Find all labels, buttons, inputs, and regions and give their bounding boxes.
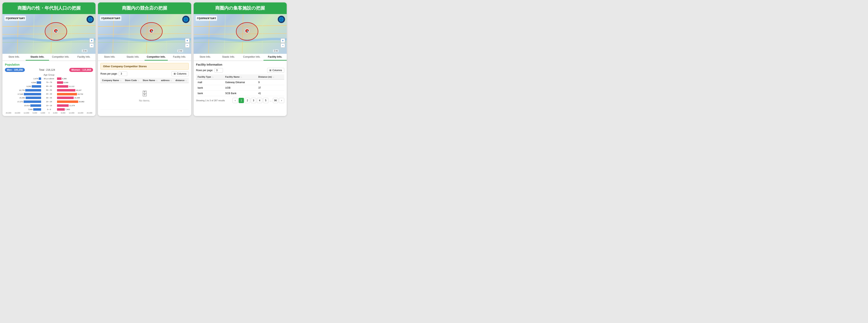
- svg-line-12: [98, 42, 191, 42]
- page-4[interactable]: 4: [257, 98, 262, 103]
- map1-zoom-in[interactable]: +: [89, 38, 94, 43]
- page-5[interactable]: 5: [263, 98, 268, 103]
- col-distance-m[interactable]: Distance (m) ↑↓: [256, 75, 284, 80]
- map2-globe[interactable]: 🌐: [182, 16, 190, 23]
- page-1[interactable]: 1: [239, 98, 244, 103]
- map2-scale: 2 mi: [178, 50, 183, 52]
- page-next[interactable]: ›: [279, 98, 284, 103]
- panel1-map: 🏪 กรุงเทพมหานคร 🌐 + − 2 mi: [2, 14, 95, 54]
- page-dots: ...: [269, 99, 272, 102]
- map2-zoom-controls: + −: [185, 38, 190, 48]
- no-items-icon: 🗄: [108, 90, 181, 97]
- sort-address: ↑↓: [170, 80, 172, 82]
- panel3-content: Facility Information Rows per page: 3 5 …: [194, 61, 287, 116]
- tab1-stastic-info[interactable]: Stastic Info.: [26, 54, 49, 61]
- svg-text:🏪: 🏪: [151, 30, 153, 32]
- page-prev[interactable]: ‹: [232, 98, 238, 103]
- facility-distance-cell: 9: [256, 80, 284, 85]
- tab2-stastic-info[interactable]: Stastic Info.: [121, 54, 145, 61]
- columns-btn-label: Columns: [177, 72, 186, 75]
- col-facility-type[interactable]: Facility Type ↑↓: [196, 75, 223, 80]
- facility-type-cell: bank: [196, 85, 223, 90]
- tab2-store-info[interactable]: Store Info.: [98, 54, 121, 61]
- population-badges: Men : 100,256 Total : 216,124 Women : 11…: [5, 68, 93, 72]
- page-2[interactable]: 2: [245, 98, 250, 103]
- age-labels: 80 y.o above 70～79 60～69 50～59 40～49 30～…: [42, 77, 56, 112]
- facility-table: Facility Type ↑↓ Facility Name ↑↓ Distan…: [196, 75, 284, 96]
- facility-type-cell: mall: [196, 80, 223, 85]
- facility-title: Facility Information: [196, 63, 284, 66]
- tab2-competitor-info[interactable]: Competitor Info.: [145, 54, 168, 61]
- panel2-header: 商圏内の競合店の把握: [98, 2, 191, 14]
- sort-distance: ↑↓: [185, 80, 187, 82]
- panel3-tabs: Store Info. Stastic Info. Competitor Inf…: [194, 54, 287, 61]
- tab2-facility-info[interactable]: Facility Info.: [168, 54, 191, 61]
- map3-globe[interactable]: 🌐: [278, 16, 285, 23]
- facility-name-cell: SCB Bank: [223, 90, 256, 96]
- map1-zoom-out[interactable]: −: [89, 43, 94, 48]
- facility-distance-cell: 41: [256, 90, 284, 96]
- x-axis-right-label: 20,000: [87, 112, 92, 114]
- table2-header-row: Company Name ↑↓ Store Code ↑↓ Store Name…: [100, 78, 189, 83]
- panel1-content: Population Men : 100,256 Total : 216,124…: [2, 61, 95, 116]
- panel2-content: Other Company Competitor Stores Rows per…: [98, 61, 191, 116]
- rows3-per-page-select[interactable]: 3 5 10: [214, 68, 223, 72]
- tab3-stastic-info[interactable]: Stastic Info.: [217, 54, 240, 61]
- col-company-name[interactable]: Company Name ↑↓: [100, 78, 123, 83]
- tab3-competitor-info[interactable]: Competitor Info.: [240, 54, 263, 61]
- columns-icon: ⊞: [174, 72, 176, 75]
- panel-competitor: 商圏内の競合店の把握 🏪 กรุงเทพมหานคร 🌐 + −: [98, 2, 191, 116]
- sort-code: ↑↓: [137, 80, 139, 82]
- badge-men: Men : 100,256: [5, 68, 25, 72]
- panel2-tabs: Store Info. Stastic Info. Competitor Inf…: [98, 54, 191, 61]
- badge-total: Total : 216,124: [39, 68, 55, 71]
- map3-scale: 2 mi: [273, 50, 279, 52]
- svg-line-2: [2, 42, 95, 42]
- badge-women: Women : 115,868: [69, 68, 93, 72]
- age-group-label: Age Group: [5, 74, 93, 76]
- panel-facility: 商圏内の集客施設の把握 🏪 กรุงเทพมหานคร 🌐 + −: [194, 2, 287, 116]
- map1-globe[interactable]: 🌐: [87, 16, 94, 23]
- x-axis-left-label: 20,000: [6, 112, 11, 114]
- facility-name-cell: Gateway Ekkamai: [223, 80, 256, 85]
- sort-company: ↑↓: [120, 80, 122, 82]
- map1-label: กรุงเทพมหานคร: [4, 16, 26, 21]
- sort-facility-type: ↑↓: [212, 76, 214, 78]
- map2-zoom-out[interactable]: −: [185, 43, 190, 48]
- panel-population: 商圏内の性・年代別人口の把握 🏪 กรุงเทพมหานคร: [2, 2, 95, 116]
- population-title: Population: [5, 63, 93, 66]
- page-96[interactable]: 96: [273, 98, 278, 103]
- svg-line-22: [194, 42, 287, 42]
- svg-line-26: [262, 14, 263, 53]
- competitor-header: Other Company Competitor Stores: [100, 63, 189, 70]
- tab3-store-info[interactable]: Store Info.: [194, 54, 217, 61]
- col-facility-name[interactable]: Facility Name ↑↓: [223, 75, 256, 80]
- tab1-facility-info[interactable]: Facility Info.: [72, 54, 95, 61]
- tab1-store-info[interactable]: Store Info.: [2, 54, 26, 61]
- competitor-table: Company Name ↑↓ Store Code ↑↓ Store Name…: [100, 78, 189, 110]
- page-3[interactable]: 3: [251, 98, 256, 103]
- pagination: ‹ 1 2 3 4 5 ... 96 ›: [232, 98, 284, 103]
- table3-header-row: Facility Type ↑↓ Facility Name ↑↓ Distan…: [196, 75, 284, 80]
- panel2-map: 🏪 กรุงเทพมหานคร 🌐 + − 2 mi: [98, 14, 191, 54]
- map2-label: กรุงเทพมหานคร: [100, 16, 121, 21]
- table-row: bank UOB 37: [196, 85, 284, 90]
- map3-zoom-controls: + −: [281, 38, 285, 48]
- columns-button[interactable]: ⊞ Columns: [172, 71, 189, 76]
- map3-zoom-out[interactable]: −: [281, 43, 285, 48]
- tab1-competitor-info[interactable]: Competitor Info.: [49, 54, 72, 61]
- map3-zoom-in[interactable]: +: [281, 38, 285, 43]
- facility-columns-icon: ⊞: [269, 69, 271, 72]
- rows-per-page-label: Rows per page:: [100, 72, 118, 75]
- col-store-name[interactable]: Store Name ↑↓: [141, 78, 159, 83]
- facility-columns-button[interactable]: ⊞ Columns: [267, 68, 284, 73]
- svg-line-6: [71, 14, 72, 53]
- col-address[interactable]: address ↑↓: [159, 78, 174, 83]
- rows-per-page-select[interactable]: 3 5 10: [119, 71, 127, 76]
- map2-zoom-in[interactable]: +: [185, 38, 190, 43]
- map3-label: กรุงเทพมหานคร: [196, 16, 217, 21]
- col-distance[interactable]: distance ↑↓: [174, 78, 189, 83]
- rows3-per-page-label: Rows per page:: [196, 69, 213, 72]
- tab3-facility-info[interactable]: Facility Info.: [264, 54, 287, 61]
- col-store-code[interactable]: Store Code ↑↓: [123, 78, 141, 83]
